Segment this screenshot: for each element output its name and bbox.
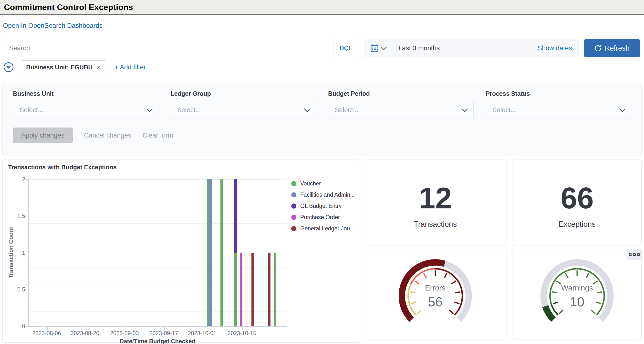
bar-chart-panel: Transactions with Budget Exceptions Tran… [2,160,360,342]
add-filter-button[interactable]: + Add filter [114,64,146,71]
select-placeholder: Select... [492,106,516,114]
x-axis-labels: 2023-08-062023-08-202023-09-032023-09-17… [28,330,286,337]
dql-toggle[interactable]: DQL [333,39,358,57]
bar-segment[interactable] [268,253,270,326]
legend-label: Facilities and Admin... [300,192,355,198]
ledger-group-select[interactable]: Select... [171,101,316,119]
show-dates-button[interactable]: Show dates [538,45,578,52]
chevron-down-icon [462,106,468,112]
quick-select-button[interactable] [364,39,392,57]
page: Commitment Control Exceptions Open In Op… [0,0,644,344]
chart-title: Transactions with Budget Exceptions [8,164,117,171]
bar-segment[interactable] [210,179,212,326]
refresh-label: Refresh [605,44,630,52]
x-tick [202,327,203,330]
chevron-down-icon [304,106,310,112]
close-icon[interactable]: × [96,63,101,71]
gridline [29,267,287,268]
legend-item[interactable]: Purchase Order [291,212,355,223]
legend-item[interactable]: GL Budget Entry [291,200,355,212]
y-tick [26,179,28,180]
bar-segment[interactable] [252,253,254,326]
select-placeholder: Select... [177,106,201,114]
boxes-horizontal-icon [637,253,640,256]
gridline [29,253,287,253]
gridline [29,326,287,326]
bar-segment[interactable] [207,179,210,326]
bar-segment[interactable] [234,253,237,326]
gridline [29,282,287,282]
filter-bar: Business Unit: EGUBU × + Add filter [3,60,146,74]
process-status-select[interactable]: Select... [486,101,631,119]
y-axis-labels: 21.510.50 [3,179,25,326]
filter-pill-business-unit[interactable]: Business Unit: EGUBU × [21,60,106,74]
y-tick-label: 2 [22,176,25,183]
bar-segment[interactable] [234,179,237,253]
date-picker: Last 3 months Show dates [364,39,578,57]
budget-period-select[interactable]: Select... [328,101,474,119]
metric-value: 66 [560,183,594,213]
apply-changes-button[interactable]: Apply changes [13,128,73,143]
y-tick-label: 0 [22,323,25,329]
calendar-icon [370,44,379,53]
x-axis-title: Date/Time Budget Checked [120,338,195,344]
legend-dot [291,203,296,209]
x-tick-label: 2023-10-01 [188,330,216,337]
gridline [29,297,287,297]
bar-segment[interactable] [240,253,242,326]
refresh-button[interactable]: Refresh [584,39,640,57]
metric: 12 Transactions [364,160,506,245]
business-unit-select[interactable]: Select... [13,101,158,119]
x-tick-label: 2023-10-15 [228,330,256,337]
select-placeholder: Select... [335,106,358,114]
warnings-gauge-panel: Warnings 10 [513,249,642,339]
page-title: Commitment Control Exceptions [4,3,133,12]
y-tick-label: 0.5 [17,286,25,293]
filter-form-panel: Business Unit Select... Ledger Group Sel… [2,83,642,156]
x-tick [86,327,86,330]
bar-segment[interactable] [274,253,276,326]
legend-dot [291,215,296,220]
y-tick [26,253,28,253]
x-tick-label: 2023-09-03 [110,330,139,337]
x-tick [164,327,165,330]
field-label: Ledger Group [171,90,316,97]
field-business-unit: Business Unit Select... [13,90,158,119]
gauge-value: 10 [513,294,641,309]
panel-options-button[interactable] [627,249,641,260]
refresh-icon [594,45,601,52]
field-budget-period: Budget Period Select... [328,90,474,119]
legend-item[interactable]: General Ledger Jou... [291,223,355,234]
transactions-metric-panel: 12 Transactions [364,160,507,245]
filter-icon[interactable] [3,62,14,73]
filter-connector [14,67,21,68]
gridline [29,194,287,194]
field-label: Process Status [486,90,631,97]
y-tick [26,216,28,216]
legend-item[interactable]: Facilities and Admin... [291,189,355,200]
legend-dot [291,181,296,186]
filter-pill-label: Business Unit: EGUBU [26,64,92,71]
search-input[interactable] [8,44,333,52]
open-in-opensearch-link[interactable]: Open In OpenSearch Dashboards [3,22,102,30]
search-box[interactable]: DQL [3,39,358,57]
field-process-status: Process Status Select... [486,90,631,119]
legend-label: General Ledger Jou... [300,225,354,232]
select-placeholder: Select... [20,106,44,114]
legend-dot [291,226,296,231]
time-range-value[interactable]: Last 3 months [392,45,538,52]
boxes-horizontal-icon [629,253,632,256]
bar-segment[interactable] [220,179,223,326]
legend-item[interactable]: Voucher [291,178,355,189]
cancel-changes-button[interactable]: Cancel changes [84,132,131,139]
chevron-down-icon [619,106,625,112]
clear-form-button[interactable]: Clear form [142,132,173,139]
x-tick [125,327,126,330]
exceptions-metric-panel: 66 Exceptions [513,160,642,245]
legend-label: Purchase Order [300,214,340,221]
query-bar: DQL Last 3 months Show dates [3,39,640,57]
y-tick-label: 1 [22,249,25,256]
metric-label: Transactions [414,220,457,229]
gridline [29,179,287,180]
errors-gauge-panel: Errors 56 [364,249,507,339]
